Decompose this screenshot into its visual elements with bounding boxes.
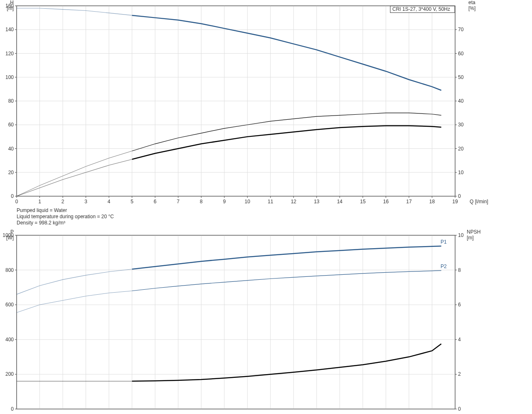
svg-text:19: 19 [452,199,458,205]
svg-text:10: 10 [458,170,464,175]
pump-curve-chart: 020406080100120140160H[m]010203040506070… [0,0,532,414]
svg-text:eta: eta [468,0,475,5]
svg-text:3: 3 [84,199,87,205]
svg-text:NPSH: NPSH [467,229,480,235]
svg-text:2: 2 [458,371,461,377]
svg-text:P2: P2 [441,264,447,269]
svg-text:[W]: [W] [6,235,14,241]
svg-text:17: 17 [406,199,412,205]
svg-text:6: 6 [458,302,461,308]
svg-text:20: 20 [458,146,464,152]
svg-text:15: 15 [360,199,366,205]
svg-text:8: 8 [200,199,203,205]
svg-text:1: 1 [38,199,41,205]
svg-text:120: 120 [5,51,14,57]
svg-text:0: 0 [11,193,14,199]
svg-text:7: 7 [177,199,180,205]
svg-text:4: 4 [458,337,461,343]
svg-text:80: 80 [8,98,14,104]
svg-text:11: 11 [268,199,273,205]
svg-rect-110 [17,235,455,409]
svg-text:10: 10 [458,232,464,238]
svg-text:40: 40 [458,98,464,104]
svg-text:[m]: [m] [7,5,14,11]
svg-text:800: 800 [5,267,14,273]
svg-text:P1: P1 [441,239,447,245]
svg-text:13: 13 [314,199,320,205]
svg-text:Pumped liquid = Water: Pumped liquid = Water [17,207,67,213]
svg-text:4: 4 [108,199,111,205]
svg-text:12: 12 [291,199,297,205]
svg-text:30: 30 [458,122,464,128]
svg-text:0: 0 [458,406,461,412]
svg-text:5: 5 [131,199,133,205]
svg-text:50: 50 [458,74,464,80]
svg-text:2: 2 [62,199,64,205]
svg-text:Q [l/min]: Q [l/min] [470,199,488,205]
svg-text:60: 60 [8,122,14,128]
svg-text:0: 0 [458,193,461,199]
svg-text:20: 20 [8,170,14,175]
svg-text:400: 400 [5,337,14,343]
svg-text:[%]: [%] [468,5,475,11]
svg-text:0: 0 [11,406,14,412]
svg-text:14: 14 [337,199,343,205]
svg-text:0: 0 [15,199,18,205]
svg-text:40: 40 [8,146,14,152]
svg-text:18: 18 [429,199,435,205]
svg-text:100: 100 [5,74,14,80]
svg-text:CRI 1S-27, 3*400 V, 50Hz: CRI 1S-27, 3*400 V, 50Hz [392,6,450,12]
svg-text:70: 70 [458,27,464,32]
svg-text:9: 9 [223,199,226,205]
svg-text:Liquid temperature during oper: Liquid temperature during operation = 20… [17,214,114,219]
svg-text:[m]: [m] [467,235,474,241]
svg-text:6: 6 [154,199,157,205]
svg-text:60: 60 [458,51,464,57]
svg-text:140: 140 [5,27,14,32]
svg-text:10: 10 [245,199,251,205]
svg-text:16: 16 [383,199,389,205]
svg-text:Density = 998.2 kg/m³: Density = 998.2 kg/m³ [17,220,65,226]
svg-text:200: 200 [5,371,14,377]
svg-text:P: P [10,229,14,235]
svg-text:H: H [10,0,14,5]
svg-text:8: 8 [458,267,461,273]
svg-text:600: 600 [5,302,14,308]
